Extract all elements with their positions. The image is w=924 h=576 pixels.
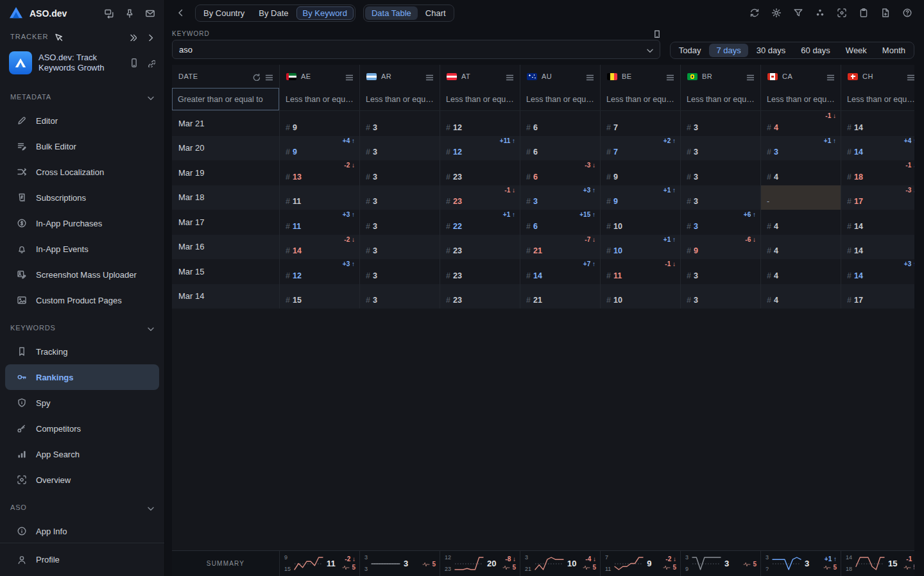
- rank-cell[interactable]: +7 ↑#14: [520, 259, 600, 284]
- column-menu-icon[interactable]: [425, 72, 433, 81]
- column-menu-icon[interactable]: [746, 72, 754, 81]
- rank-cell[interactable]: +15 ↑#6: [520, 210, 600, 235]
- summary-cell-br[interactable]: 3935: [680, 551, 760, 576]
- rank-cell[interactable]: #3: [359, 235, 440, 260]
- sidebar-item-competitors[interactable]: Competitors: [0, 416, 164, 441]
- country-filter-input[interactable]: Less than or equal to: [279, 88, 359, 110]
- rank-cell[interactable]: #6: [520, 136, 600, 161]
- column-menu-icon[interactable]: [665, 72, 674, 81]
- country-header-be[interactable]: BE: [600, 65, 680, 88]
- rank-cell[interactable]: #3: [359, 111, 440, 136]
- row-date[interactable]: Mar 15: [172, 259, 279, 284]
- rank-cell[interactable]: -1 ↓#18: [841, 160, 914, 185]
- collapse-all-icon[interactable]: [128, 33, 137, 41]
- rank-cell[interactable]: #10: [600, 284, 680, 309]
- rank-cell[interactable]: #3: [680, 160, 760, 185]
- range-60-days[interactable]: 60 days: [794, 44, 837, 57]
- sidebar-item-screenshot-uploader[interactable]: Screenshot Mass Uploader: [0, 262, 164, 287]
- rank-cell[interactable]: -1 ↓#23: [440, 185, 520, 210]
- column-menu-icon[interactable]: [264, 72, 273, 81]
- sidebar-item-iap[interactable]: In-App Purchases: [0, 210, 164, 236]
- rank-cell[interactable]: #9: [600, 160, 680, 185]
- country-header-ar[interactable]: AR: [359, 65, 440, 88]
- rank-cell[interactable]: +3 ↑#11: [279, 210, 359, 235]
- summary-cell-ch[interactable]: 141815-1 ↓5: [841, 551, 914, 576]
- rank-cell[interactable]: #14: [841, 111, 914, 136]
- rank-cell[interactable]: +3 ↑#3: [520, 185, 600, 210]
- rank-cell[interactable]: -6 ↓#9: [680, 235, 760, 260]
- rank-cell[interactable]: #3: [680, 284, 760, 309]
- sidebar-item-bulk-editor[interactable]: Bulk Editor: [0, 133, 164, 159]
- rank-cell[interactable]: #23: [440, 235, 520, 260]
- tab-chart[interactable]: Chart: [419, 6, 452, 20]
- summary-cell-at[interactable]: 122320-8 ↓5: [440, 551, 520, 576]
- rank-cell[interactable]: -7 ↓#21: [520, 235, 600, 260]
- rank-cell[interactable]: -1 ↓#11: [600, 259, 680, 284]
- phone-icon[interactable]: [129, 58, 139, 68]
- rank-cell[interactable]: #21: [520, 284, 600, 309]
- rank-cell[interactable]: #3: [680, 111, 760, 136]
- tracked-app-row[interactable]: ASO.dev: Track Keywords Growth: [0, 46, 164, 82]
- refresh-icon[interactable]: [748, 6, 762, 20]
- rank-cell[interactable]: #3: [359, 210, 440, 235]
- rank-cell[interactable]: -: [760, 185, 841, 210]
- summary-cell-be[interactable]: 7119-2 ↓5: [600, 551, 680, 576]
- rank-cell[interactable]: #14: [841, 210, 914, 235]
- rank-cell[interactable]: +4 ↑#9: [279, 136, 359, 161]
- scan-icon[interactable]: [835, 6, 849, 20]
- row-date[interactable]: Mar 18: [172, 185, 279, 210]
- sidebar-item-cross-localization[interactable]: Cross Localization: [0, 159, 164, 185]
- rank-cell[interactable]: #11: [279, 185, 359, 210]
- rank-cell[interactable]: #23: [440, 160, 520, 185]
- column-menu-icon[interactable]: [585, 72, 594, 81]
- tab-by-keyword[interactable]: By Keyword: [296, 6, 354, 20]
- tab-by-date[interactable]: By Date: [252, 6, 295, 20]
- pin-icon[interactable]: [124, 8, 135, 19]
- rank-cell[interactable]: #3: [359, 136, 440, 161]
- rank-cell[interactable]: -1 ↓#4: [760, 111, 841, 136]
- switch-app-icon[interactable]: [104, 8, 114, 19]
- rank-cell[interactable]: #15: [279, 284, 359, 309]
- rank-cell[interactable]: #4: [760, 284, 841, 309]
- column-menu-icon[interactable]: [826, 72, 834, 81]
- rank-cell[interactable]: #6: [520, 111, 600, 136]
- filter-icon[interactable]: [792, 6, 805, 20]
- range-month[interactable]: Month: [875, 44, 912, 57]
- rank-cell[interactable]: -3 ↓#6: [520, 160, 600, 185]
- link-icon[interactable]: [147, 59, 155, 67]
- sidebar-item-rankings[interactable]: Rankings: [5, 364, 159, 390]
- row-date[interactable]: Mar 16: [172, 235, 279, 260]
- sidebar-item-editor[interactable]: Editor: [0, 108, 164, 133]
- country-filter-input[interactable]: Less than or equal to: [841, 88, 914, 110]
- row-date[interactable]: Mar 17: [172, 210, 279, 235]
- range-30-days[interactable]: 30 days: [749, 44, 793, 57]
- rank-cell[interactable]: +3 ↑#14: [841, 259, 914, 284]
- mail-icon[interactable]: [145, 8, 155, 19]
- rank-cell[interactable]: +1 ↑#22: [440, 210, 520, 235]
- rank-cell[interactable]: +11 ↑#12: [440, 136, 520, 161]
- country-filter-input[interactable]: Less than or equal to: [440, 88, 520, 110]
- rank-cell[interactable]: -3 ↓#17: [841, 185, 914, 210]
- country-header-at[interactable]: AT: [440, 65, 520, 88]
- rank-cell[interactable]: +1 ↑#10: [600, 235, 680, 260]
- summary-cell-ar[interactable]: 3335: [359, 551, 440, 576]
- column-menu-icon[interactable]: [345, 72, 353, 81]
- rank-cell[interactable]: -2 ↓#14: [279, 235, 359, 260]
- rank-cell[interactable]: #23: [440, 284, 520, 309]
- rank-cell[interactable]: #3: [359, 160, 440, 185]
- rotate-icon[interactable]: [252, 72, 260, 81]
- summary-cell-ca[interactable]: 3?3+1 ↑5: [760, 551, 841, 576]
- rank-cell[interactable]: #4: [760, 235, 841, 260]
- rank-cell[interactable]: #3: [359, 185, 440, 210]
- sidebar-item-app-search[interactable]: App Search: [0, 441, 164, 467]
- back-icon[interactable]: [175, 6, 187, 19]
- profile-button[interactable]: Profile: [0, 543, 164, 576]
- sidebar-item-tracking[interactable]: Tracking: [0, 339, 164, 364]
- sidebar-item-events[interactable]: In-App Events: [0, 236, 164, 262]
- rank-cell[interactable]: #7: [600, 111, 680, 136]
- country-header-ca[interactable]: CA: [760, 65, 841, 88]
- country-header-ae[interactable]: AE: [279, 65, 359, 88]
- sidebar-item-custom-product-pages[interactable]: Custom Product Pages: [0, 287, 164, 313]
- rank-cell[interactable]: #3: [359, 284, 440, 309]
- rank-cell[interactable]: #4: [760, 160, 841, 185]
